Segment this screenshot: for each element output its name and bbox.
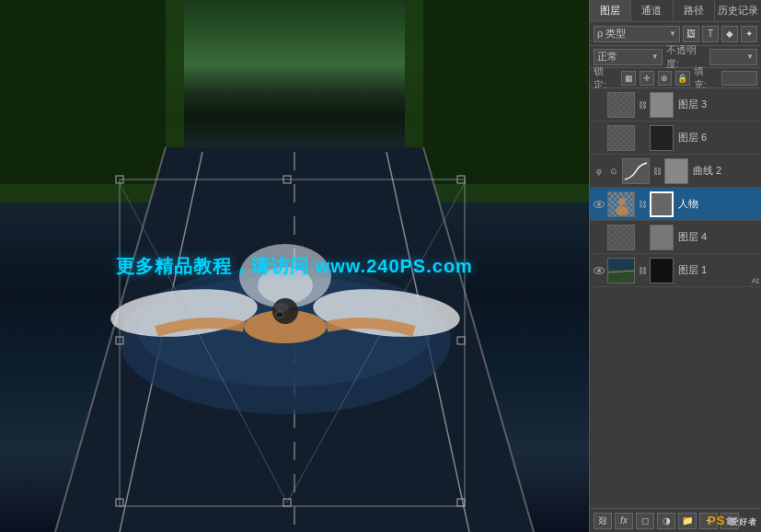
adjustment-btn[interactable]: ◑ [657,513,675,529]
svg-point-38 [616,206,628,215]
ps-sub-text: 爱好者 [730,517,757,526]
blend-mode-select[interactable]: 正常 ▼ [594,49,663,65]
layer-mask-layer3 [650,92,674,118]
layer-mask-curves2 [664,158,688,184]
layer-item-layer4[interactable]: 图层 4 [590,221,761,254]
link-layers-btn[interactable]: ⛓ [594,513,612,529]
lock-label: 锁定: [594,64,616,92]
filter-text-btn[interactable]: T [702,26,719,42]
svg-point-19 [274,303,289,312]
layer-visibility-layer6[interactable] [593,132,605,145]
layer-name-layer4: 图层 4 [675,230,758,244]
opacity-input[interactable]: ▼ [709,49,757,65]
layer-name-layer6: 图层 6 [675,131,758,145]
fill-value [724,71,734,85]
layer-item-renwu[interactable]: ⛓ 人物 [590,188,761,221]
watermark-text: 更多精品教程，请访问 www.240PS.com [116,254,473,279]
layer-visibility-curves2[interactable]: φ [593,165,605,178]
layer-thumb-layer6 [607,125,635,151]
layer-mask-layer4 [650,225,674,250]
layer-link-layer6 [637,133,648,144]
layer-name-layer3: 图层 3 [675,98,758,111]
tab-history[interactable]: 历史记录 [715,0,761,21]
fill-input[interactable] [721,71,757,86]
layer-thumb-layer3 [607,92,635,118]
layer-visibility-layer1[interactable] [593,264,605,277]
filter-chevron: ▼ [669,29,676,38]
layer-item-layer3[interactable]: ⛓ 图层 3 [590,88,761,121]
tab-channels[interactable]: 通道 [631,0,673,21]
ps-brand: PS 爱好者 [708,514,757,528]
blend-chevron: ▼ [651,52,659,61]
svg-rect-20 [276,312,283,318]
tab-paths[interactable]: 路径 [674,0,715,21]
at-label: At [751,276,759,285]
layers-list[interactable]: ⛓ 图层 3 图层 6 φ ⊙ ⛓ [590,88,761,508]
layer-link-curves2: ⛓ [651,166,663,177]
ps-text: PS [708,514,725,527]
lock-row: 锁定: ▦ ✛ ⊕ 🔒 填充: [590,68,761,88]
layer-name-layer1: 图层 1 [675,263,758,277]
svg-rect-3 [423,0,589,184]
layer-link-layer1: ⛓ [637,265,648,276]
canvas-area: 更多精品教程，请访问 www.240PS.com [0,0,589,532]
fill-label: 填充: [694,64,716,92]
filter-effect-btn[interactable]: ✦ [741,26,757,42]
group-btn[interactable]: 📁 [678,513,697,529]
tabs-row: 图层 通道 路径 历史记录 [590,0,761,22]
layer-thumb-layer1 [607,258,635,283]
layer-visibility-renwu[interactable] [593,198,605,211]
layer-visibility-layer4[interactable] [593,231,605,244]
layer-mask-layer6 [650,125,674,151]
blend-mode-label: 正常 [597,50,617,64]
opacity-chevron: ▼ [746,52,754,61]
layer-name-renwu: 人物 [675,197,758,211]
lock-move-btn[interactable]: ✛ [640,71,654,86]
add-mask-btn[interactable]: ◻ [636,513,654,529]
layer-mask-renwu [650,191,674,217]
right-panel: 图层 通道 路径 历史记录 ρ 类型 ▼ 🖼 T ◆ ✦ 正常 ▼ 不透明度: … [589,0,761,532]
layer-link-layer3: ⛓ [637,99,648,110]
filter-image-btn[interactable]: 🖼 [683,26,699,42]
layer-name-curves2: 曲线 2 [690,164,758,178]
svg-rect-40 [608,259,635,270]
curves2-link-icon: ⊙ [607,165,620,178]
layer-visibility-layer3[interactable] [593,98,605,111]
svg-point-37 [618,198,626,205]
layer-item-layer1[interactable]: ⛓ 图层 1 At [590,254,761,287]
filter-shape-btn[interactable]: ◆ [721,26,738,42]
lock-crosshair-btn[interactable]: ⊕ [658,71,673,86]
filter-label: ρ 类型 [597,27,626,40]
lock-all-btn[interactable]: 🔒 [675,71,690,86]
layer-item-layer6[interactable]: 图层 6 [590,121,761,155]
layer-filter-select[interactable]: ρ 类型 ▼ [594,26,680,42]
layer-link-layer4 [637,232,648,243]
fx-btn[interactable]: fx [615,513,633,529]
layer-thumb-layer4 [607,225,635,250]
layer-thumb-renwu [607,191,635,217]
lock-checkerboard-btn[interactable]: ▦ [621,71,636,86]
svg-rect-1 [0,0,166,184]
tab-layers[interactable]: 图层 [590,0,631,21]
layer-thumb-curves2 [622,158,650,184]
layer-link-renwu: ⛓ [637,199,648,210]
layer-item-curves2[interactable]: φ ⊙ ⛓ 曲线 2 [590,155,761,188]
layer-mask-layer1 [650,258,674,283]
opacity-value [713,50,723,64]
